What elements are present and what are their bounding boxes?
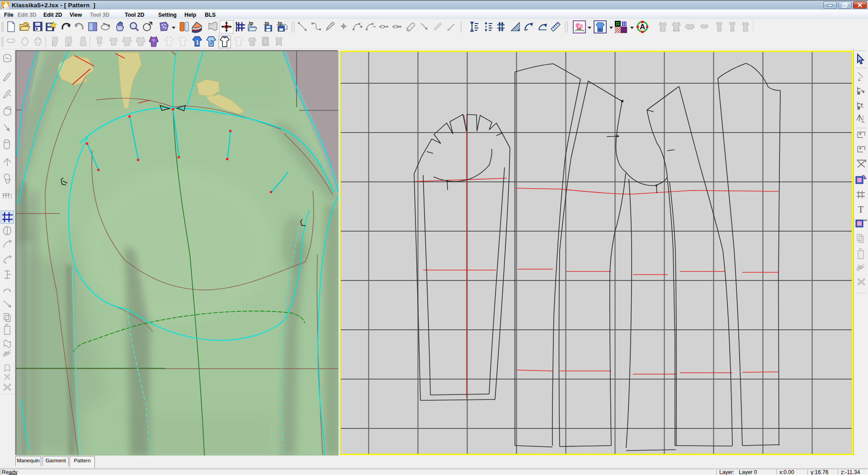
svg-text:2: 2 (210, 39, 213, 46)
svg-text:.tp: .tp (248, 21, 253, 26)
svg-text:.tp: .tp (264, 21, 269, 26)
svg-text:.tp: .tp (277, 21, 282, 26)
svg-text:T: T (858, 204, 863, 214)
svg-text:A: A (640, 23, 645, 31)
svg-text:y: y (858, 105, 860, 109)
svg-text:1: 1 (196, 39, 199, 46)
svg-text:123: 123 (3, 192, 9, 197)
svg-text:x: x (858, 90, 860, 95)
